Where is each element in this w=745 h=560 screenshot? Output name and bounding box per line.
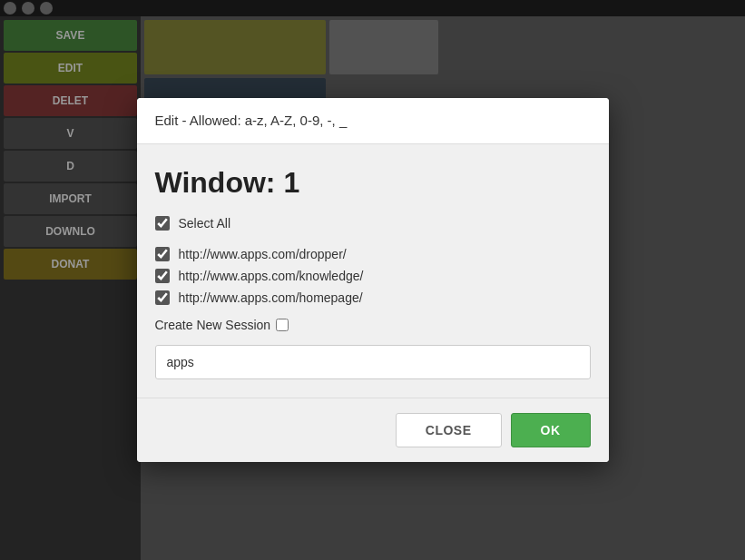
url-row-3: http://www.apps.com/homepage/ [155, 290, 591, 305]
url-label-2: http://www.apps.com/knowledge/ [179, 269, 364, 283]
edit-dialog: Edit - Allowed: a-z, A-Z, 0-9, -, _ Wind… [137, 98, 609, 462]
create-session-row: Create New Session [155, 318, 591, 332]
dialog-window-title: Window: 1 [155, 166, 591, 200]
url-checkbox-1[interactable] [155, 247, 170, 261]
url-row-1: http://www.apps.com/dropper/ [155, 247, 591, 261]
url-label-1: http://www.apps.com/dropper/ [179, 247, 347, 261]
ok-button[interactable]: OK [511, 413, 591, 447]
modal-overlay: Edit - Allowed: a-z, A-Z, 0-9, -, _ Wind… [0, 0, 745, 560]
urls-section: http://www.apps.com/dropper/ http://www.… [155, 247, 591, 305]
url-checkbox-2[interactable] [155, 269, 170, 283]
dialog-footer: CLOSE OK [137, 398, 609, 462]
url-checkbox-3[interactable] [155, 290, 170, 305]
close-button[interactable]: CLOSE [396, 413, 502, 447]
url-label-3: http://www.apps.com/homepage/ [179, 290, 363, 305]
session-name-input[interactable] [155, 345, 591, 379]
dialog-body: Window: 1 Select All http://www.apps.com… [137, 144, 609, 398]
select-all-checkbox[interactable] [155, 216, 170, 231]
dialog-header: Edit - Allowed: a-z, A-Z, 0-9, -, _ [137, 98, 609, 144]
dialog-header-title: Edit - Allowed: a-z, A-Z, 0-9, -, _ [155, 113, 348, 128]
select-all-row: Select All [155, 216, 591, 231]
select-all-label: Select All [179, 216, 231, 231]
create-session-label: Create New Session [155, 318, 271, 332]
create-session-checkbox[interactable] [276, 319, 289, 331]
url-row-2: http://www.apps.com/knowledge/ [155, 269, 591, 283]
